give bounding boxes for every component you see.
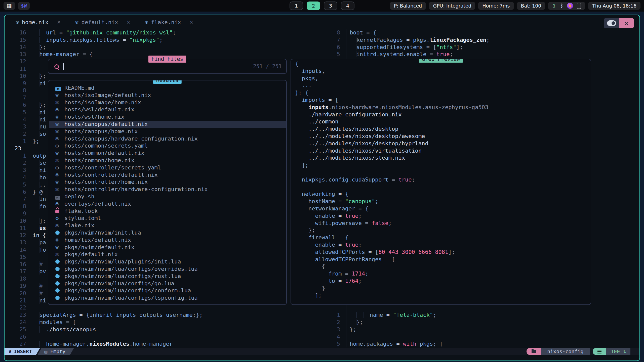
code-text: ho: [33, 174, 46, 181]
preview-line: nixpkgs.config.cudaSupport = true;: [295, 176, 587, 184]
result-item[interactable]: hosts/canopus/home.nix: [49, 128, 286, 135]
result-item[interactable]: hosts/common/default.nix: [49, 150, 286, 157]
result-filename: hosts/canopus/default.nix: [64, 121, 148, 127]
tab-label: home.nix: [22, 19, 49, 25]
result-item[interactable]: hosts/isoImage/default.nix: [49, 92, 286, 99]
tab-default.nix[interactable]: default.nix×: [75, 19, 130, 26]
code-text: #: [33, 283, 43, 290]
nix-file-icon: [55, 200, 64, 208]
result-item[interactable]: deploy.sh: [49, 193, 286, 200]
bluetooth-icon: ᛒ: [560, 3, 563, 9]
result-filename: hosts/common/secrets.yaml: [64, 143, 148, 149]
preview-line: {: [295, 60, 587, 68]
preview-line: ../../modules/nixos/desktop/hyprland: [295, 140, 587, 147]
nix-file-icon: [55, 135, 64, 143]
result-item[interactable]: hosts/isoImage/home.nix: [49, 99, 286, 106]
result-item[interactable]: hosts/controller/home.nix: [49, 178, 286, 186]
result-filename: hosts/controller/home.nix: [64, 179, 148, 185]
result-item[interactable]: pkgs/nvim/nvim/lua/configs/rust.lua: [49, 273, 286, 280]
gearb-file-icon: [55, 215, 64, 222]
line-number: 7: [12, 196, 26, 203]
result-filename: hosts/controller/secrets.yaml: [64, 164, 161, 171]
code-text: };: [350, 326, 356, 333]
code-text: ni: [33, 109, 46, 116]
line-number: 2: [12, 159, 26, 167]
desktop: ▦ $W 1234 P: BalancedGPU: IntegratedHome…: [0, 0, 644, 362]
result-item[interactable]: home/tux/default.nix: [49, 237, 286, 244]
statusline: V INSERT ▤ Empty nixos-config 100 %: [5, 348, 639, 355]
result-item[interactable]: stylua.toml: [49, 215, 286, 222]
md-file-icon: [55, 85, 64, 92]
result-item[interactable]: overlays/default.nix: [49, 200, 286, 208]
line-number: 4: [328, 333, 340, 341]
workspace-2[interactable]: 2: [307, 2, 320, 10]
gearg-file-icon: [55, 142, 64, 150]
nix-file-icon: [55, 92, 64, 99]
line-number: 18: [12, 275, 26, 283]
result-item[interactable]: hosts/common/home.nix: [49, 157, 286, 164]
result-item[interactable]: README.md: [49, 84, 286, 92]
close-icon[interactable]: ×: [57, 19, 61, 26]
line-number: 7: [328, 36, 340, 44]
result-item[interactable]: hosts/controller/hardware-configuration.…: [49, 186, 286, 193]
result-item[interactable]: pkgs/nvim/nvim/init.lua: [49, 229, 286, 237]
lua-file-icon: [55, 273, 64, 280]
result-item[interactable]: hosts/wsl/default.nix: [49, 106, 286, 113]
find-files-prompt[interactable]: Find Files 251 / 251: [48, 59, 287, 74]
code-text: name = "Tela-black";: [350, 311, 436, 319]
nix-file-icon: [55, 106, 64, 114]
workspace-3[interactable]: 3: [324, 2, 337, 10]
line-number: 2: [12, 130, 26, 138]
result-item[interactable]: pkgs/nvim/nvim/lua/configs/conform.lua: [49, 287, 286, 294]
result-item[interactable]: pkgs/nvim/nvim/lua/configs/lspconfig.lua: [49, 294, 286, 302]
result-item[interactable]: hosts/common/secrets.yaml: [49, 142, 286, 150]
code-line: 4: [5, 333, 639, 341]
result-item[interactable]: hosts/wsl/home.nix: [49, 113, 286, 121]
project-name: nixos-config: [541, 348, 590, 355]
toggle-knob-icon: [607, 20, 616, 26]
code-text: se: [33, 159, 46, 167]
line-number: 8: [328, 29, 340, 36]
logo-button[interactable]: $W: [18, 2, 30, 10]
preview-line: enable = true;: [295, 241, 587, 249]
workspace-1[interactable]: 1: [290, 2, 303, 10]
line-number: 1: [328, 311, 340, 319]
workspace-4[interactable]: 4: [341, 2, 354, 10]
result-item[interactable]: pkgs/nvim/nvim/lua/configs/go.lua: [49, 280, 286, 287]
lua-file-icon: [55, 258, 64, 266]
preview-line: enable = true;: [295, 212, 587, 220]
result-item[interactable]: flake.nix: [49, 222, 286, 229]
result-item[interactable]: hosts/controller/default.nix: [49, 171, 286, 179]
result-item[interactable]: pkgs/default.nix: [49, 251, 286, 258]
result-item[interactable]: hosts/canopus/hardware-configuration.nix: [49, 135, 286, 143]
nix-file-icon: [55, 244, 64, 251]
preview-line: allowedTCPPortRanges = [: [295, 256, 587, 263]
code-line: 5home.packages = with pkgs; [: [5, 340, 639, 348]
result-item[interactable]: hosts/canopus/default.nix: [49, 121, 286, 128]
editor-window: home.nix×default.nix×flake.nix× × 16 url…: [4, 15, 640, 361]
line-number: 1: [12, 152, 26, 160]
statusline-right: nixos-config 100 %: [527, 348, 630, 355]
line-number: 11: [12, 65, 26, 73]
line-number: 13: [12, 239, 26, 246]
preview-line: ../common: [295, 118, 587, 125]
progress-chip: [593, 348, 606, 355]
system-tray[interactable]: ✂ ᛒ: [548, 2, 585, 10]
result-filename: overlays/default.nix: [64, 201, 131, 207]
result-filename: pkgs/nvim/default.nix: [64, 244, 134, 250]
app-launcher-button[interactable]: ▦: [4, 2, 15, 10]
window-close-button[interactable]: ×: [619, 18, 634, 28]
result-item[interactable]: pkgs/nvim/nvim/lua/plugins/init.lua: [49, 258, 286, 265]
result-item[interactable]: pkgs/nvim/default.nix: [49, 244, 286, 251]
close-icon[interactable]: ×: [190, 19, 193, 26]
window-toggle[interactable]: [604, 18, 619, 28]
result-filename: hosts/common/home.nix: [64, 157, 134, 163]
result-item[interactable]: pkgs/nvim/nvim/lua/configs/overrides.lua: [49, 265, 286, 273]
clock: Thu Aug 08, 18:16: [588, 2, 640, 10]
result-item[interactable]: flake.lock: [49, 208, 286, 215]
tab-home.nix[interactable]: home.nix×: [16, 19, 61, 26]
close-icon[interactable]: ×: [127, 19, 130, 26]
result-item[interactable]: hosts/controller/secrets.yaml: [49, 164, 286, 171]
tab-flake.nix[interactable]: flake.nix×: [145, 19, 193, 26]
result-filename: flake.lock: [64, 208, 98, 214]
